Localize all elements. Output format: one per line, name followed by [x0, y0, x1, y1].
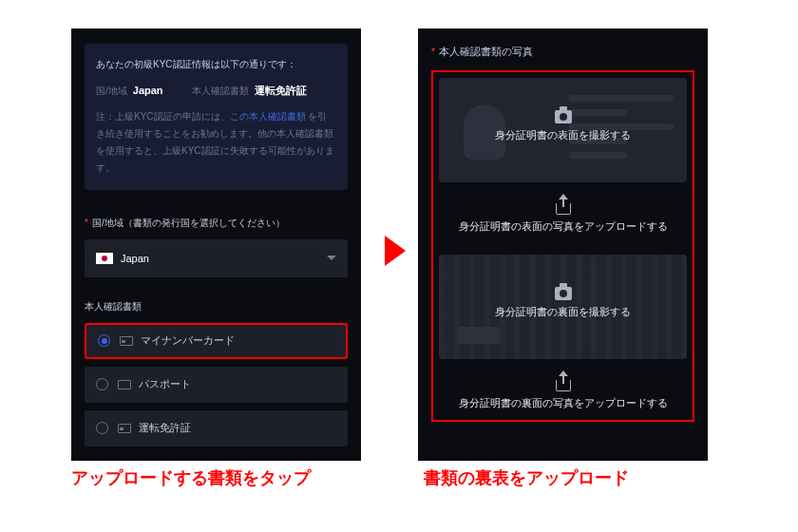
front-id-placeholder[interactable]: 身分証明書の表面を撮影する — [439, 78, 687, 182]
photo-section-title: *本人確認書類の写真 — [431, 44, 694, 70]
doc-option-license[interactable]: 運転免許証 — [85, 410, 348, 446]
step-arrow-icon — [385, 236, 406, 266]
doc-type-group: マイナンバーカード パスポート 運転免許証 — [85, 323, 348, 446]
upload-icon — [556, 203, 571, 215]
right-screen: *本人確認書類の写真 身分証明書の表面を撮影する — [418, 28, 708, 461]
back-id-placeholder[interactable]: 身分証明書の裏面を撮影する — [439, 255, 687, 359]
doc-option-label: 運転免許証 — [139, 422, 191, 435]
doc-option-label: マイナンバーカード — [141, 334, 235, 348]
doc-label: 本人確認書類 — [192, 82, 249, 100]
required-asterisk: * — [85, 218, 88, 228]
id-card-icon — [118, 424, 131, 433]
back-slot: 身分証明書の裏面を撮影する 身分証明書の裏面の写真をアップロードする — [439, 255, 687, 414]
upload-front-action[interactable]: 身分証明書の表面の写真をアップロードする — [459, 198, 668, 234]
region-value: Japan — [121, 253, 149, 264]
region-label: *国/地域（書類の発行国を選択してください） — [85, 217, 348, 230]
region-select[interactable]: Japan — [85, 239, 348, 277]
front-slot: 身分証明書の表面を撮影する 身分証明書の表面の写真をアップロードする — [439, 78, 687, 238]
caption-right: 書類の裏表をアップロード — [424, 466, 713, 489]
kyc-info-row: 国/地域 Japan 本人確認書類 運転免許証 — [96, 81, 336, 101]
passport-icon — [118, 380, 131, 390]
id-card-icon — [120, 336, 133, 346]
upload-back-action[interactable]: 身分証明書の裏面の写真をアップロードする — [459, 374, 668, 410]
kyc-info-title: あなたの初級KYC認証情報は以下の通りです： — [96, 55, 336, 73]
caption-left: アップロードする書類をタップ — [71, 466, 361, 489]
doc-value: 運転免許証 — [255, 81, 307, 101]
country-value: Japan — [133, 81, 163, 101]
required-asterisk: * — [431, 46, 435, 57]
upload-icon — [556, 380, 571, 391]
country-label: 国/地域 — [96, 82, 127, 100]
chevron-down-icon — [327, 256, 336, 260]
kyc-warning-link[interactable]: この本人確認書類 — [230, 111, 306, 122]
radio-off-icon — [96, 378, 108, 390]
upload-highlight-box: 身分証明書の表面を撮影する 身分証明書の表面の写真をアップロードする 身分証明書… — [431, 70, 694, 422]
doc-option-label: パスポート — [139, 378, 191, 391]
doc-type-label: 本人確認書類 — [85, 300, 348, 314]
left-screen: あなたの初級KYC認証情報は以下の通りです： 国/地域 Japan 本人確認書類… — [71, 28, 361, 461]
kyc-info-box: あなたの初級KYC認証情報は以下の通りです： 国/地域 Japan 本人確認書類… — [85, 44, 348, 190]
radio-on-icon — [98, 334, 110, 347]
doc-option-mynumber[interactable]: マイナンバーカード — [85, 323, 348, 359]
doc-option-passport[interactable]: パスポート — [85, 367, 348, 403]
japan-flag-icon — [96, 253, 113, 264]
kyc-warning: 注：上級KYC認証の申請には、この本人確認書類 を引き続き使用することをお勧めし… — [96, 108, 336, 177]
radio-off-icon — [96, 422, 108, 434]
